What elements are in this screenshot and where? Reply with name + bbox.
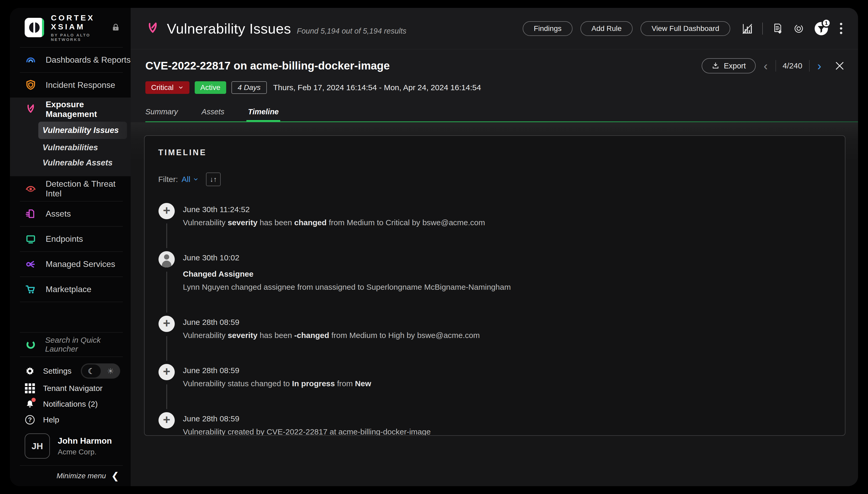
sidebar-item-endpoints[interactable]: Endpoints <box>10 227 131 251</box>
cortex-logo-icon <box>25 18 44 37</box>
quick-launcher[interactable]: Search in Quick Launcher <box>10 332 131 357</box>
entry-body: Vulnerability created by CVE-2022-22817 … <box>183 428 430 436</box>
brand: CORTEX XSIAM BY PALO ALTO NETWORKS <box>10 8 131 47</box>
plus-icon: + <box>159 316 175 332</box>
entry-timestamp: June 28th 08:59 <box>183 318 480 327</box>
divider <box>762 22 763 35</box>
findings-button[interactable]: Findings <box>523 21 573 36</box>
timeline-entry: + June 28th 08:59 Vulnerability created … <box>158 412 831 436</box>
connector-line <box>166 384 167 409</box>
sidebar-item-vulnerability-issues[interactable]: Vulnerability Issues <box>38 122 127 139</box>
prev-issue-button[interactable]: ‹ <box>762 60 769 72</box>
refresh-target-icon[interactable] <box>793 22 805 35</box>
app-window: CORTEX XSIAM BY PALO ALTO NETWORKS Dashb… <box>10 8 858 486</box>
sidebar-item-vulnerabilities[interactable]: Vulnerabilities <box>10 140 131 155</box>
entry-timestamp: June 28th 08:59 <box>183 414 430 423</box>
filter-button[interactable]: 1 <box>814 21 829 36</box>
close-icon[interactable] <box>834 60 846 72</box>
sort-order-button[interactable]: ↓↑ <box>206 173 221 186</box>
avatar: JH <box>25 433 50 459</box>
tab-timeline[interactable]: Timeline <box>248 106 279 122</box>
timeline-entry: June 30th 10:02 Changed Assignee Lynn Ng… <box>158 251 831 316</box>
results-count: Found 5,194 out of 5,194 results <box>297 27 406 35</box>
sidebar-subitem-label: Vulnerability Issues <box>42 126 119 135</box>
tab-underline <box>145 121 858 122</box>
divider <box>809 60 810 72</box>
sidebar-item-settings[interactable]: Settings ☾ ☀ <box>10 362 131 380</box>
more-options-button[interactable] <box>838 22 844 35</box>
quick-launcher-label: Search in Quick Launcher <box>45 336 131 354</box>
minimize-menu-button[interactable]: Minimize menu ❮ <box>10 466 131 486</box>
export-label: Export <box>724 62 746 70</box>
vulnerability-shield-icon <box>145 21 160 36</box>
sidebar-item-vulnerable-assets[interactable]: Vulnerable Assets <box>10 155 131 170</box>
report-export-icon[interactable] <box>772 22 784 35</box>
quick-launcher-icon <box>25 339 37 350</box>
entry-title: Changed Assignee <box>183 269 511 279</box>
help-label: Help <box>43 415 59 424</box>
gear-icon <box>25 366 35 376</box>
entry-body: Vulnerability severity has been changed … <box>183 218 485 227</box>
managed-services-icon <box>25 258 37 270</box>
filter-label: Filter: <box>158 175 178 184</box>
user-profile[interactable]: JH John Harmon Acme Corp. <box>10 429 131 466</box>
user-org: Acme Corp. <box>58 448 112 456</box>
add-rule-button[interactable]: Add Rule <box>580 21 633 36</box>
sidebar: CORTEX XSIAM BY PALO ALTO NETWORKS Dashb… <box>10 8 131 486</box>
theme-toggle[interactable]: ☾ ☀ <box>81 363 120 379</box>
lock-icon <box>111 23 120 32</box>
export-button[interactable]: Export <box>702 58 756 73</box>
grid-icon <box>25 383 35 394</box>
chart-icon[interactable] <box>741 22 753 35</box>
sidebar-item-label: Dashboards & Reports <box>45 55 131 65</box>
severity-label: Critical <box>151 83 174 92</box>
exposure-management-group: Exposure Management Vulnerability Issues… <box>10 97 131 176</box>
sidebar-item-label: Assets <box>45 209 71 219</box>
duration-badge: 4 Days <box>232 81 267 94</box>
entry-timestamp: June 30th 10:02 <box>183 253 511 262</box>
person-avatar-icon <box>159 251 175 267</box>
bell-icon <box>25 399 35 409</box>
timeline-filter-dropdown[interactable]: All <box>182 175 199 184</box>
download-icon <box>712 62 719 70</box>
tab-summary[interactable]: Summary <box>145 106 178 122</box>
sidebar-item-managed-services[interactable]: Managed Services <box>10 252 131 277</box>
tab-assets[interactable]: Assets <box>202 106 224 122</box>
view-full-dashboard-button[interactable]: View Full Dashboard <box>641 21 730 36</box>
connector-line <box>166 336 167 361</box>
entry-timestamp: June 28th 08:59 <box>183 366 371 375</box>
settings-label: Settings <box>43 366 71 376</box>
sidebar-item-marketplace[interactable]: Marketplace <box>10 277 131 302</box>
user-name: John Harmon <box>58 436 112 446</box>
sidebar-item-dashboards[interactable]: Dashboards & Reports <box>10 48 131 72</box>
incident-shield-icon <box>25 79 37 91</box>
timeline-entry: + June 28th 08:59 Vulnerability severity… <box>158 316 831 364</box>
connector-line <box>166 272 167 312</box>
sidebar-footer: Settings ☾ ☀ Tenant Navigator <box>10 357 131 429</box>
sidebar-item-assets[interactable]: Assets <box>10 202 131 226</box>
timeline-entry: + June 30th 11:24:52 Vulnerability sever… <box>158 203 831 251</box>
entry-body: Vulnerability severity has been -changed… <box>183 331 480 340</box>
plus-icon: + <box>159 412 175 429</box>
sidebar-item-label: Managed Services <box>45 259 115 269</box>
sidebar-item-label: Exposure Management <box>45 100 131 119</box>
assets-doc-icon <box>25 208 37 220</box>
page-title: Vulnerability Issues <box>167 20 291 37</box>
severity-dropdown[interactable]: Critical <box>145 81 189 94</box>
status-badge: Active <box>195 81 226 94</box>
connector-line <box>166 223 167 248</box>
entry-body: Lynn Nguyen changed assignee from unassi… <box>183 283 511 291</box>
sidebar-item-incident-response[interactable]: Incident Response <box>10 73 131 97</box>
next-issue-button[interactable]: › <box>816 60 823 72</box>
sidebar-item-exposure-management[interactable]: Exposure Management <box>10 97 131 121</box>
sidebar-item-detection-threat-intel[interactable]: Detection & Threat Intel <box>10 176 131 201</box>
tenant-navigator-label: Tenant Navigator <box>43 384 103 393</box>
sidebar-item-tenant-navigator[interactable]: Tenant Navigator <box>10 380 131 396</box>
sidebar-item-help[interactable]: ? Help <box>10 412 131 428</box>
exposure-shield-icon <box>25 103 37 115</box>
sidebar-item-notifications[interactable]: Notifications (2) <box>10 396 131 412</box>
main-area: Vulnerability Issues Found 5,194 out of … <box>131 8 858 486</box>
chevron-down-icon <box>193 176 199 182</box>
tabs: Summary Assets Timeline <box>145 106 858 122</box>
sidebar-item-label: Marketplace <box>45 285 91 294</box>
